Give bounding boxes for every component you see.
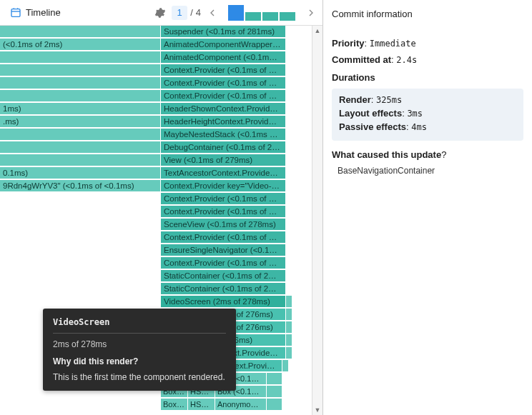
flame-cell[interactable]: Context.Provider (<0.1ms of … [161, 231, 286, 244]
flame-cell[interactable]: Context.Provider (<0.1ms of … [161, 64, 286, 76]
flame-cell[interactable] [0, 26, 161, 38]
flame-cell[interactable]: AnimatedComponent (<0.1m… [161, 51, 286, 64]
flame-cell[interactable] [267, 386, 282, 398]
commit-pager: / 4 [172, 6, 201, 20]
flame-cell[interactable]: .ms) [0, 116, 161, 128]
flame-cell[interactable]: 1ms) [0, 103, 161, 115]
flame-cell[interactable] [0, 257, 161, 269]
right-panel: Commit information Priority: Immediate C… [323, 0, 532, 415]
passive-label: Passive effects [339, 121, 406, 132]
page-current-input[interactable] [172, 6, 187, 20]
tab-label: Timeline [26, 7, 61, 18]
flame-cell[interactable] [286, 296, 292, 308]
render-value: 325ms [376, 95, 402, 105]
commit-bar[interactable] [262, 12, 278, 21]
flame-cell[interactable]: Context.Provider key="Video-… [161, 180, 286, 192]
flame-cell[interactable] [0, 64, 161, 76]
timeline-icon [10, 7, 21, 19]
commit-bar[interactable] [228, 5, 244, 21]
flame-cell[interactable]: 0.1ms) [0, 167, 161, 179]
next-commit-icon[interactable] [305, 7, 317, 19]
flame-cell[interactable]: SceneView (<0.1ms of 278ms) [161, 219, 286, 231]
flame-cell[interactable]: Suspender (<0.1ms of 281ms) [161, 26, 286, 38]
flame-cell[interactable]: StaticContainer (<0.1ms of 2… [161, 283, 286, 295]
flame-cell[interactable] [0, 206, 161, 218]
priority-row: Priority: Immediate [332, 38, 523, 49]
durations-label: Durations [332, 72, 375, 83]
flame-cell[interactable]: TextAncestorContext.Provide… [161, 167, 286, 179]
right-heading: Commit information [332, 7, 523, 19]
flame-cell[interactable] [286, 334, 292, 346]
prev-commit-icon[interactable] [207, 7, 218, 19]
flame-cell[interactable] [0, 283, 161, 295]
flame-cell[interactable] [286, 309, 292, 321]
flame-cell[interactable] [286, 321, 292, 334]
flame-cell[interactable]: View (<0.1ms of 279ms) [161, 154, 286, 166]
flame-cell[interactable] [0, 141, 161, 154]
scroll-up-icon[interactable]: ▲ [312, 26, 322, 36]
cause-label: What caused this update [332, 149, 441, 160]
tooltip-subtitle: 2ms of 278ms [53, 339, 226, 349]
page-total: 4 [196, 7, 201, 18]
flame-cell[interactable]: Context.Provider (<0.1ms of … [161, 257, 286, 269]
passive-value: 4ms [411, 122, 427, 132]
scrollbar[interactable]: ▲ ▼ [312, 26, 322, 415]
flame-cell[interactable]: AnimatedComponentWrapper… [161, 39, 286, 51]
committed-label: Committed at [332, 54, 391, 65]
committed-row: Committed at: 2.4s [332, 54, 523, 65]
flame-cell[interactable] [0, 270, 161, 282]
gear-icon[interactable] [154, 7, 166, 19]
cause-item[interactable]: BaseNavigationContainer [332, 166, 523, 176]
flame-cell[interactable] [0, 129, 161, 141]
flame-cell[interactable] [286, 347, 292, 359]
cause-row: What caused this update? [332, 149, 523, 160]
flame-cell[interactable]: EnsureSingleNavigator (<0.1… [161, 244, 286, 256]
flame-cell[interactable]: Context.Provider (<0.1ms of … [161, 206, 286, 218]
durations-box: Render: 325ms Layout effects: 3ms Passiv… [332, 89, 523, 141]
flame-cell[interactable]: Anonymo… [215, 399, 267, 411]
flame-cell[interactable] [0, 77, 161, 89]
tooltip-answer: This is the first time the component ren… [53, 372, 226, 382]
flame-cell[interactable]: HeaderShownContext.Provide… [161, 103, 286, 115]
flame-cell[interactable]: 9Rdn4gWrYV3" (<0.1ms of <0.1ms) [0, 180, 161, 192]
layout-value: 3ms [407, 109, 423, 119]
flame-cell[interactable]: Context.Provider (<0.1ms of … [161, 193, 286, 205]
flame-cell[interactable] [0, 296, 161, 308]
flame-cell[interactable]: Context.Provider (<0.1ms of … [161, 77, 286, 89]
pager-slash: / [190, 7, 193, 18]
flame-cell[interactable]: HeaderHeightContext.Provid… [161, 116, 286, 128]
flame-cell[interactable] [282, 360, 289, 372]
render-label: Render [339, 94, 371, 105]
tab-timeline[interactable]: Timeline [6, 4, 65, 21]
flame-cell[interactable]: VideoScreen (2ms of 278ms) [161, 296, 286, 308]
priority-label: Priority [332, 38, 365, 49]
flame-cell[interactable] [0, 90, 161, 102]
flame-cell[interactable] [0, 244, 161, 256]
commit-bar[interactable] [245, 12, 261, 21]
layout-label: Layout effects [339, 108, 402, 119]
committed-value: 2.4s [396, 55, 417, 65]
flame-cell[interactable]: Context.Provider (<0.1ms of … [161, 90, 286, 102]
toolbar: Timeline / 4 [0, 0, 322, 26]
flame-cell[interactable] [0, 231, 161, 244]
svg-rect-0 [11, 9, 20, 16]
tooltip-question: Why did this render? [53, 356, 226, 366]
flame-cell[interactable]: (<0.1ms of 2ms) [0, 39, 161, 51]
flame-cell[interactable]: DebugContainer (<0.1ms of 2… [161, 141, 286, 154]
flame-cell[interactable] [0, 193, 161, 205]
flame-cell[interactable] [0, 51, 161, 64]
scroll-down-icon[interactable]: ▼ [312, 405, 322, 415]
flame-cell[interactable] [267, 373, 282, 385]
flame-cell[interactable] [0, 219, 161, 231]
flame-cell[interactable]: HS… [188, 399, 215, 411]
flame-cell[interactable]: Box… [161, 399, 188, 411]
tooltip: VideoScreen 2ms of 278ms Why did this re… [43, 309, 236, 391]
commit-bar[interactable] [280, 12, 295, 21]
flame-cell[interactable] [0, 154, 161, 166]
priority-value: Immediate [370, 39, 416, 49]
flame-cell[interactable]: StaticContainer (<0.1ms of 2… [161, 270, 286, 282]
flame-cell[interactable] [267, 399, 282, 411]
tooltip-title: VideoScreen [53, 317, 226, 334]
commit-bars[interactable] [228, 5, 295, 21]
flame-cell[interactable]: MaybeNestedStack (<0.1ms … [161, 129, 286, 141]
